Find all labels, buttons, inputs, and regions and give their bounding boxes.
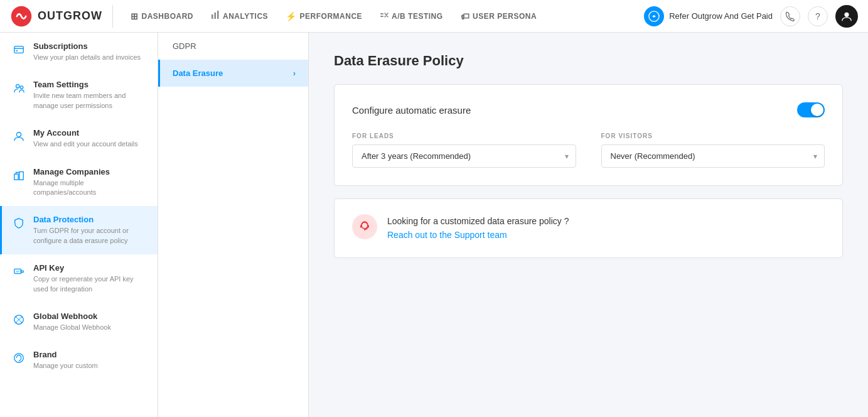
svg-point-11 (20, 86, 23, 89)
dashboard-icon: ⊞ (131, 11, 139, 21)
svg-point-10 (16, 85, 19, 88)
svg-rect-13 (14, 174, 18, 180)
svg-rect-5 (380, 16, 383, 17)
erasure-header: Configure automatic erasure (352, 102, 825, 117)
svg-rect-14 (19, 171, 23, 180)
svg-rect-1 (212, 14, 213, 19)
main-layout: Subscriptions View your plan details and… (0, 33, 868, 417)
toggle-track (797, 102, 825, 117)
user-persona-icon: 🏷 (461, 11, 470, 21)
main-content: Data Erasure Policy Configure automatic … (309, 33, 868, 417)
svg-rect-8 (14, 46, 23, 53)
nav-user-persona-label: USER PERSONA (473, 12, 537, 21)
my-account-icon (12, 129, 26, 143)
subscriptions-desc: View your plan details and invoices (33, 53, 141, 62)
sidebar-item-brand[interactable]: Brand Manage your custom (0, 341, 158, 379)
ab-testing-icon (380, 11, 388, 21)
for-visitors-dropdown-wrapper: After 1 year After 2 years After 3 years… (601, 144, 825, 168)
toggle-thumb (811, 104, 823, 116)
nav-user-persona[interactable]: 🏷 USER PERSONA (453, 8, 545, 25)
help-button[interactable]: ? (808, 6, 828, 26)
refer-label: Refer Outgrow And Get Paid (669, 11, 773, 21)
my-account-desc: View and edit your account details (33, 139, 138, 149)
svg-point-7 (844, 12, 849, 16)
for-leads-select[interactable]: After 1 year After 2 years After 3 years… (352, 144, 576, 168)
for-leads-group: FOR LEADS After 1 year After 2 years Aft… (352, 133, 576, 168)
configure-card: Configure automatic erasure FOR LEADS Af… (334, 84, 843, 186)
user-avatar[interactable] (835, 5, 858, 28)
global-webhook-desc: Manage Global Webhook (33, 323, 111, 332)
global-webhook-icon (12, 313, 26, 327)
svg-rect-3 (217, 11, 219, 19)
automatic-erasure-toggle[interactable] (797, 102, 825, 117)
manage-companies-desc: Manage multiple companies/accounts (33, 178, 147, 198)
svg-rect-4 (380, 13, 383, 14)
logo-area: OUTGROW (10, 5, 113, 28)
svg-point-12 (16, 133, 21, 137)
team-settings-title: Team Settings (33, 80, 147, 89)
brand-title: Brand (33, 350, 98, 359)
global-webhook-title: Global Webhook (33, 311, 111, 321)
outgrow-logo-icon (10, 5, 33, 28)
sidebar-item-my-account[interactable]: My Account View and edit your account de… (0, 119, 158, 158)
nav-ab-testing-label: A/B TESTING (392, 12, 443, 21)
for-leads-dropdown-wrapper: After 1 year After 2 years After 3 years… (352, 144, 576, 168)
support-card: Looking for a customized data erasure po… (334, 198, 843, 258)
api-key-title: API Key (33, 263, 147, 273)
nav-items: ⊞ DASHBOARD ANALYTICS ⚡ PERFORMANCE A/B … (123, 7, 644, 25)
team-settings-desc: Invite new team members and manage user … (33, 91, 147, 111)
page-title: Data Erasure Policy (334, 53, 843, 69)
sidebar-item-global-webhook[interactable]: Global Webhook Manage Global Webhook (0, 303, 158, 341)
data-erasure-chevron-icon: › (293, 69, 296, 78)
manage-companies-icon (12, 168, 26, 182)
svg-point-27 (364, 229, 365, 230)
support-text: Looking for a customized data erasure po… (387, 214, 569, 242)
for-leads-label: FOR LEADS (352, 133, 576, 139)
nav-dashboard-label: DASHBOARD (142, 12, 194, 21)
svg-rect-9 (16, 50, 18, 51)
api-key-desc: Copy or regenerate your API key used for… (33, 274, 147, 294)
nav-performance[interactable]: ⚡ PERFORMANCE (278, 8, 370, 25)
gdpr-label: GDPR (173, 41, 196, 51)
svg-rect-16 (21, 271, 24, 273)
sidebar-item-data-protection[interactable]: Data Protection Turn GDPR for your accou… (0, 206, 158, 254)
refer-button[interactable]: Refer Outgrow And Get Paid (644, 6, 773, 26)
data-protection-desc: Turn GDPR for your account or configure … (33, 226, 147, 246)
my-account-title: My Account (33, 128, 138, 138)
for-visitors-label: FOR VISITORS (601, 133, 825, 139)
nav-performance-label: PERFORMANCE (300, 12, 363, 21)
nav-right: Refer Outgrow And Get Paid ? (644, 5, 858, 28)
sidebar-item-team-settings[interactable]: Team Settings Invite new team members an… (0, 71, 158, 119)
subscriptions-title: Subscriptions (33, 41, 141, 51)
dropdowns-row: FOR LEADS After 1 year After 2 years Aft… (352, 133, 825, 168)
second-sidebar: GDPR Data Erasure › (158, 33, 309, 417)
sidebar-item-subscriptions[interactable]: Subscriptions View your plan details and… (0, 33, 158, 71)
brand-icon (12, 351, 26, 365)
manage-companies-title: Manage Companies (33, 167, 147, 176)
support-heading: Looking for a customized data erasure po… (387, 214, 569, 228)
api-key-icon: API (12, 264, 26, 278)
logo-text: OUTGROW (38, 9, 102, 23)
top-navigation: OUTGROW ⊞ DASHBOARD ANALYTICS ⚡ PERFORMA… (0, 0, 868, 33)
performance-icon: ⚡ (286, 11, 297, 21)
data-protection-title: Data Protection (33, 215, 147, 224)
sidebar-item-api-key[interactable]: API API Key Copy or regenerate your API … (0, 254, 158, 303)
for-visitors-select[interactable]: After 1 year After 2 years After 3 years… (601, 144, 825, 168)
data-protection-icon (12, 216, 26, 230)
phone-button[interactable] (780, 6, 800, 26)
data-erasure-label: Data Erasure (173, 68, 223, 78)
analytics-icon (211, 11, 220, 21)
nav-dashboard[interactable]: ⊞ DASHBOARD (123, 8, 201, 25)
svg-text:API: API (16, 270, 21, 273)
second-sidebar-data-erasure[interactable]: Data Erasure › (158, 60, 308, 87)
configure-label: Configure automatic erasure (352, 105, 471, 116)
sidebar-item-manage-companies[interactable]: Manage Companies Manage multiple compani… (0, 158, 158, 207)
nav-analytics[interactable]: ANALYTICS (203, 7, 276, 25)
refer-avatar (644, 6, 664, 26)
second-sidebar-gdpr[interactable]: GDPR (158, 33, 308, 60)
subscriptions-icon (12, 43, 26, 57)
nav-ab-testing[interactable]: A/B TESTING (372, 7, 451, 25)
left-sidebar: Subscriptions View your plan details and… (0, 33, 158, 417)
svg-rect-2 (215, 13, 217, 19)
support-link[interactable]: Reach out to the Support team (387, 230, 507, 240)
